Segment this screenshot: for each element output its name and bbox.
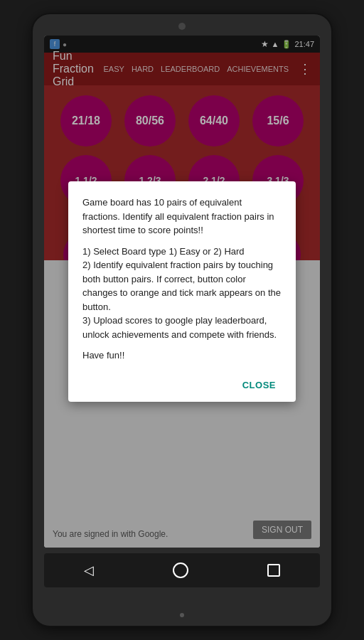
screen: f ● ★ ▲ 🔋 21:47 Fun Fraction Grid EASY H… [44, 36, 320, 548]
recents-button[interactable] [267, 564, 280, 577]
dialog: Game board has 10 pairs of equivalent fr… [68, 181, 296, 402]
tablet-frame: f ● ★ ▲ 🔋 21:47 Fun Fraction Grid EASY H… [33, 14, 331, 626]
back-button[interactable]: ◁ [84, 562, 94, 578]
close-button[interactable]: CLOSE [237, 375, 282, 395]
dialog-body3: Have fun!! [82, 348, 282, 363]
dialog-overlay: Game board has 10 pairs of equivalent fr… [44, 36, 320, 548]
dialog-text: Game board has 10 pairs of equivalent fr… [82, 196, 282, 363]
microphone-dot [180, 613, 184, 617]
nav-bar: ◁ [44, 553, 320, 587]
dialog-body2: 1) Select Board type 1) Easy or 2) Hard2… [82, 245, 282, 342]
camera [178, 23, 186, 30]
dialog-actions: CLOSE [82, 371, 282, 395]
dialog-body1: Game board has 10 pairs of equivalent fr… [82, 196, 282, 238]
home-button[interactable] [173, 562, 188, 578]
